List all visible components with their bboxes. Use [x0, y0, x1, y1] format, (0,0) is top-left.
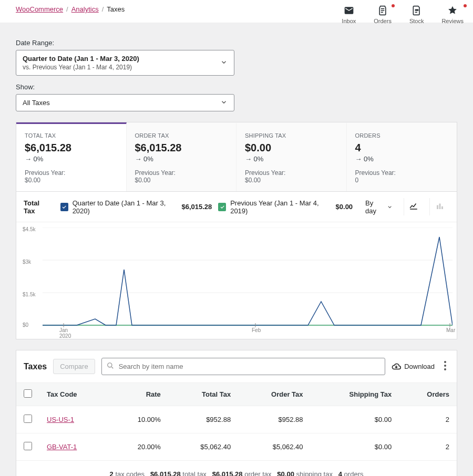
date-range-select[interactable]: Quarter to Date (Jan 1 - Mar 3, 2020) vs…	[16, 50, 234, 76]
chevron-down-icon	[220, 58, 228, 67]
ellipsis-icon	[444, 361, 446, 370]
bar-chart-toggle[interactable]	[429, 198, 449, 215]
col-rate[interactable]: Rate	[109, 383, 168, 406]
svg-rect-0	[437, 205, 438, 210]
table-summary: 2 tax codes $6,015.28 total tax $6,015.2…	[16, 461, 457, 476]
chart-toolbar: Total Tax Quarter to Date (Jan 1 - Mar 3…	[16, 192, 457, 222]
nav-reviews[interactable]: Reviews	[441, 5, 464, 24]
more-menu[interactable]	[441, 361, 449, 372]
row-checkbox[interactable]	[24, 442, 32, 450]
legend-previous[interactable]: Previous Year (Jan 1 - Mar 4, 2019) $0.0…	[218, 199, 353, 215]
inbox-icon	[344, 5, 354, 17]
col-tax-code[interactable]: Tax Code	[39, 383, 109, 406]
line-chart-icon	[409, 201, 418, 211]
nav-stock[interactable]: Stock	[409, 5, 424, 24]
date-range-label: Date Range:	[16, 39, 457, 47]
chart-area: $4.5k $3k $1.5k $0 Jan2020 Feb Mar	[16, 222, 457, 339]
chevron-down-icon	[220, 98, 228, 107]
svg-rect-2	[441, 206, 443, 209]
svg-rect-1	[439, 204, 440, 210]
show-label: Show:	[16, 83, 457, 91]
stat-order-tax[interactable]: ORDER TAX $6,015.28 → 0% Previous Year:$…	[127, 122, 237, 191]
stat-tabs: TOTAL TAX $6,015.28 → 0% Previous Year:$…	[16, 122, 457, 192]
reviews-icon	[447, 5, 458, 17]
svg-point-10	[107, 363, 111, 367]
checkbox-checked-icon	[60, 203, 68, 211]
breadcrumb: WooCommerce / Analytics / Taxes	[16, 5, 125, 13]
compare-button[interactable]: Compare	[53, 359, 95, 374]
nav-inbox[interactable]: Inbox	[342, 5, 356, 24]
top-header: WooCommerce / Analytics / Taxes Inbox Or…	[0, 0, 473, 23]
table-row: US-US-1 10.00% $952.88 $952.88 $0.00 2	[16, 406, 457, 433]
legend-current[interactable]: Quarter to Date (Jan 1 - Mar 3, 2020) $6…	[60, 199, 212, 215]
svg-point-13	[444, 368, 446, 370]
breadcrumb-link-analytics[interactable]: Analytics	[71, 5, 99, 13]
chevron-down-icon	[387, 204, 393, 210]
download-icon	[392, 362, 401, 371]
tax-code-link[interactable]: GB-VAT-1	[47, 443, 77, 451]
search-input[interactable]	[101, 358, 386, 375]
taxes-table: Tax Code Rate Total Tax Order Tax Shippi…	[16, 382, 457, 461]
show-select[interactable]: All Taxes	[16, 94, 234, 111]
badge-dot	[464, 4, 467, 7]
checkbox-checked-icon	[218, 203, 226, 211]
stat-total-tax[interactable]: TOTAL TAX $6,015.28 → 0% Previous Year:$…	[16, 122, 127, 191]
stock-icon	[412, 5, 422, 17]
select-all-checkbox[interactable]	[24, 389, 32, 398]
svg-point-12	[444, 365, 446, 367]
chart-card: Total Tax Quarter to Date (Jan 1 - Mar 3…	[16, 192, 457, 339]
table-row: GB-VAT-1 20.00% $5,062.40 $5,062.40 $0.0…	[16, 433, 457, 461]
orders-icon	[377, 5, 388, 17]
chart-title: Total Tax	[24, 199, 51, 215]
interval-select[interactable]: By day	[365, 199, 397, 215]
breadcrumb-current: Taxes	[107, 5, 125, 13]
svg-point-11	[444, 361, 446, 363]
badge-dot	[392, 4, 395, 7]
col-shipping-tax[interactable]: Shipping Tax	[311, 383, 399, 406]
nav-orders[interactable]: Orders	[374, 5, 392, 24]
line-chart-toggle[interactable]	[404, 198, 424, 215]
col-orders[interactable]: Orders	[399, 383, 457, 406]
table-title: Taxes	[24, 362, 47, 371]
col-total-tax[interactable]: Total Tax	[168, 383, 238, 406]
row-checkbox[interactable]	[24, 415, 32, 423]
search-icon	[107, 362, 114, 371]
col-order-tax[interactable]: Order Tax	[238, 383, 310, 406]
tax-code-link[interactable]: US-US-1	[47, 416, 74, 423]
chart-svg	[43, 227, 453, 330]
taxes-table-card: Taxes Compare Download Tax Code Rate Tot…	[16, 350, 457, 476]
stat-shipping-tax[interactable]: SHIPPING TAX $0.00 → 0% Previous Year:$0…	[236, 122, 347, 191]
download-button[interactable]: Download	[392, 362, 435, 371]
stat-orders[interactable]: ORDERS 4 → 0% Previous Year:0	[347, 122, 457, 191]
breadcrumb-link-woocommerce[interactable]: WooCommerce	[16, 5, 63, 13]
bar-chart-icon	[435, 201, 445, 211]
